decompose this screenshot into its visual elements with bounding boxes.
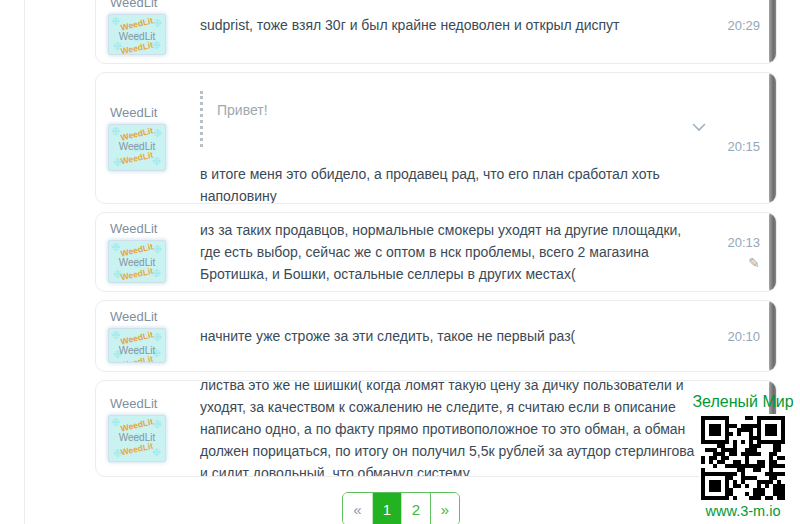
message-text: в итоге меня это обидело, а продавец рад…	[200, 163, 688, 204]
message-body: листва это же не шишки( когда ломят таку…	[188, 389, 762, 468]
page-left-rail	[0, 0, 25, 524]
author-column: WeedLit ❉ ❉ ✺ ❉ ❉ WeedLit WeedLit WeedLi…	[108, 309, 188, 363]
avatar[interactable]: ❉ ❉ ✺ ❉ ❉ WeedLit WeedLit WeedLit	[108, 240, 166, 283]
message-card: WeedLit ❉ ❉ ✺ ❉ ❉ WeedLit WeedLit WeedLi…	[95, 380, 777, 477]
watermark-title: Зеленый Мир	[691, 393, 795, 411]
message-time: 20:15	[727, 139, 760, 154]
message-meta: 20:13 ✎	[698, 221, 762, 283]
card-right-bar	[769, 72, 777, 204]
pagination-page-2[interactable]: 2	[401, 493, 430, 524]
thread-content: WeedLit ❉ ❉ ✺ ❉ ❉ WeedLit WeedLit WeedLi…	[95, 0, 777, 524]
username-link[interactable]: WeedLit	[110, 309, 188, 324]
username-link[interactable]: WeedLit	[110, 396, 188, 411]
quote-text: Привет!	[217, 102, 268, 118]
message-time: 20:10	[727, 329, 760, 344]
message-text: из за таких продавцов, нормальные смокер…	[200, 219, 688, 285]
message-meta: 20:15	[698, 81, 762, 195]
message-text: начните уже строже за эти следить, такое…	[200, 325, 688, 347]
edit-pencil-icon[interactable]: ✎	[748, 257, 760, 269]
message-card: WeedLit ❉ ❉ ✺ ❉ ❉ WeedLit WeedLit WeedLi…	[95, 0, 777, 64]
author-column: WeedLit ❉ ❉ ✺ ❉ ❉ WeedLit WeedLit WeedLi…	[108, 81, 188, 195]
message-body: Привет! в итоге меня это обидело, а прод…	[188, 81, 698, 195]
pagination-next-button[interactable]: »	[430, 493, 459, 524]
avatar[interactable]: ❉ ❉ ✺ ❉ ❉ WeedLit WeedLit WeedLit	[108, 124, 166, 171]
author-column: WeedLit ❉ ❉ ✺ ❉ ❉ WeedLit WeedLit WeedLi…	[108, 0, 188, 55]
avatar[interactable]: ❉ ❉ ✺ ❉ ❉ WeedLit WeedLit WeedLit	[108, 328, 166, 363]
quoted-message: Привет!	[200, 91, 688, 147]
author-column: WeedLit ❉ ❉ ✺ ❉ ❉ WeedLit WeedLit WeedLi…	[108, 221, 188, 283]
watermark-url: www.3-m.io	[691, 503, 795, 519]
message-time: 20:13	[727, 235, 760, 250]
watermark-overlay: Зеленый Мир www.3-m.io	[691, 393, 795, 519]
pagination-page-1[interactable]: 1	[372, 493, 401, 524]
username-link[interactable]: WeedLit	[110, 105, 188, 120]
pagination-prev-button[interactable]: «	[343, 493, 372, 524]
message-body: из за таких продавцов, нормальные смокер…	[188, 221, 698, 283]
message-body: sudprist, тоже взял 30г и был крайне нед…	[188, 0, 698, 55]
card-right-bar	[769, 0, 777, 64]
avatar[interactable]: ❉ ❉ ✺ ❉ ❉ WeedLit WeedLit WeedLit	[108, 415, 166, 462]
username-link[interactable]: WeedLit	[110, 0, 188, 10]
message-card: WeedLit ❉ ❉ ✺ ❉ ❉ WeedLit WeedLit WeedLi…	[95, 212, 777, 292]
message-time: 20:29	[727, 18, 760, 33]
pagination: « 1 2 »	[342, 492, 460, 524]
username-link[interactable]: WeedLit	[110, 221, 188, 236]
message-meta: 20:10	[698, 309, 762, 363]
message-card: WeedLit ❉ ❉ ✺ ❉ ❉ WeedLit WeedLit WeedLi…	[95, 72, 777, 204]
message-text: листва это же не шишки( когда ломят таку…	[200, 380, 698, 477]
author-column: WeedLit ❉ ❉ ✺ ❉ ❉ WeedLit WeedLit WeedLi…	[108, 389, 188, 468]
card-right-bar	[769, 300, 777, 372]
message-body: начните уже строже за эти следить, такое…	[188, 309, 698, 363]
chevron-down-icon[interactable]	[692, 123, 706, 132]
avatar[interactable]: ❉ ❉ ✺ ❉ ❉ WeedLit WeedLit WeedLit	[108, 14, 166, 55]
message-text: sudprist, тоже взял 30г и был крайне нед…	[200, 14, 688, 36]
qr-code	[699, 414, 787, 502]
message-meta: 20:29	[698, 0, 762, 55]
card-right-bar	[769, 212, 777, 292]
message-card: WeedLit ❉ ❉ ✺ ❉ ❉ WeedLit WeedLit WeedLi…	[95, 300, 777, 372]
